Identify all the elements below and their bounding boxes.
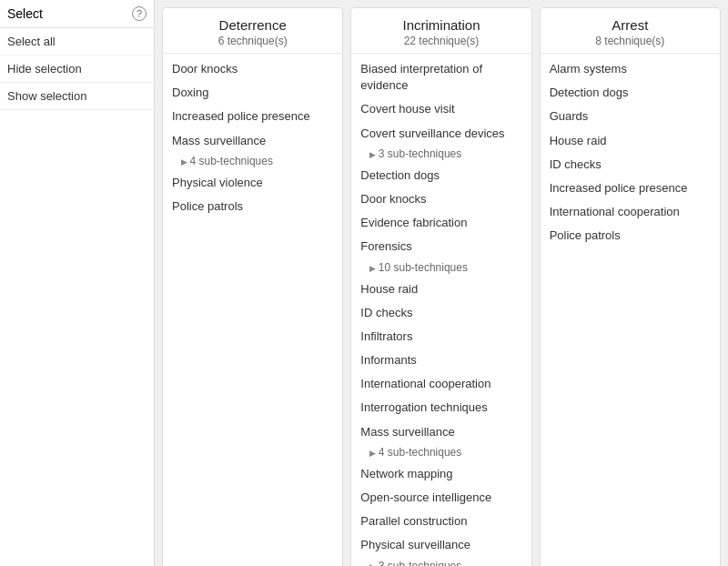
item-detection-dogs-a[interactable]: Detection dogs — [541, 81, 720, 105]
column-body-arrest: Alarm systemsDetection dogsGuardsHouse r… — [541, 54, 720, 252]
column-header-deterrence: Deterrence6 technique(s) — [163, 8, 342, 54]
column-deterrence: Deterrence6 technique(s)Door knocksDoxin… — [162, 7, 343, 566]
column-arrest: Arrest8 technique(s)Alarm systemsDetecti… — [540, 7, 721, 566]
sub-item-physical-surveillance[interactable]: 3 sub-techniques — [351, 558, 531, 566]
left-menu-item-select-all[interactable]: Select all — [0, 28, 154, 56]
item-id-checks-i[interactable]: ID checks — [351, 301, 531, 325]
item-open-source-intelligence[interactable]: Open-source intelligence — [351, 486, 531, 510]
item-door-knocks-i[interactable]: Door knocks — [351, 187, 531, 211]
sub-item-mass-surveillance-d[interactable]: 4 sub-techniques — [163, 153, 342, 171]
column-title-deterrence: Deterrence — [170, 17, 335, 33]
item-forensics[interactable]: Forensics — [351, 235, 531, 258]
item-international-cooperation-i[interactable]: International cooperation — [351, 372, 531, 396]
select-label: Select — [7, 6, 43, 21]
item-increased-police-presence-d[interactable]: Increased police presence — [163, 105, 342, 128]
item-covert-house-visit[interactable]: Covert house visit — [351, 97, 531, 121]
item-detection-dogs-i[interactable]: Detection dogs — [351, 164, 531, 187]
item-interrogation-techniques[interactable]: Interrogation techniques — [351, 396, 531, 419]
item-mass-surveillance-i[interactable]: Mass surveillance — [351, 420, 531, 444]
column-header-arrest: Arrest8 technique(s) — [541, 8, 720, 54]
sub-item-forensics[interactable]: 10 sub-techniques — [351, 259, 531, 278]
column-subtitle-arrest: 8 technique(s) — [548, 35, 713, 47]
column-subtitle-deterrence: 6 technique(s) — [170, 35, 335, 47]
help-icon[interactable]: ? — [132, 6, 147, 21]
item-network-mapping[interactable]: Network mapping — [351, 462, 531, 486]
item-door-knocks-d[interactable]: Door knocks — [163, 57, 342, 81]
column-body-deterrence: Door knocksDoxingIncreased police presen… — [163, 54, 342, 222]
item-doxing[interactable]: Doxing — [163, 81, 342, 105]
item-alarm-systems[interactable]: Alarm systems — [541, 57, 720, 81]
item-informants[interactable]: Informants — [351, 349, 531, 372]
column-title-arrest: Arrest — [548, 17, 713, 33]
column-body-incrimination: Biased interpretation of evidenceCovert … — [351, 54, 531, 566]
item-increased-police-presence-a[interactable]: Increased police presence — [541, 177, 720, 200]
item-international-cooperation-a[interactable]: International cooperation — [541, 200, 720, 224]
item-infiltrators[interactable]: Infiltrators — [351, 325, 531, 349]
left-panel: Select ? Select allHide selectionShow se… — [0, 0, 155, 566]
left-menu-item-show-selection[interactable]: Show selection — [0, 83, 154, 110]
columns-container: Deterrence6 technique(s)Door knocksDoxin… — [162, 7, 721, 566]
item-police-patrols-a[interactable]: Police patrols — [541, 224, 720, 248]
left-menu: Select allHide selectionShow selection — [0, 28, 154, 110]
main-content: Deterrence6 technique(s)Door knocksDoxin… — [155, 0, 728, 566]
item-covert-surveillance-devices[interactable]: Covert surveillance devices — [351, 122, 531, 146]
item-evidence-fabrication[interactable]: Evidence fabrication — [351, 211, 531, 235]
item-id-checks-a[interactable]: ID checks — [541, 153, 720, 177]
column-incrimination: Incrimination22 technique(s)Biased inter… — [350, 7, 531, 566]
item-biased-interp[interactable]: Biased interpretation of evidence — [351, 57, 531, 97]
item-house-raid-i[interactable]: House raid — [351, 278, 531, 301]
left-menu-item-hide-selection[interactable]: Hide selection — [0, 56, 154, 83]
item-guards[interactable]: Guards — [541, 105, 720, 128]
left-panel-header: Select ? — [0, 0, 154, 28]
column-title-incrimination: Incrimination — [359, 17, 523, 33]
item-parallel-construction[interactable]: Parallel construction — [351, 510, 531, 533]
sub-item-mass-surveillance-i[interactable]: 4 sub-techniques — [351, 444, 531, 462]
item-mass-surveillance-d[interactable]: Mass surveillance — [163, 129, 342, 153]
item-house-raid-a[interactable]: House raid — [541, 129, 720, 153]
column-subtitle-incrimination: 22 technique(s) — [359, 35, 523, 47]
column-header-incrimination: Incrimination22 technique(s) — [351, 8, 531, 54]
sub-item-covert-surveillance-devices[interactable]: 3 sub-techniques — [351, 146, 531, 164]
item-physical-violence-d[interactable]: Physical violence — [163, 171, 342, 195]
item-physical-surveillance[interactable]: Physical surveillance — [351, 533, 531, 557]
item-police-patrols-d[interactable]: Police patrols — [163, 195, 342, 218]
